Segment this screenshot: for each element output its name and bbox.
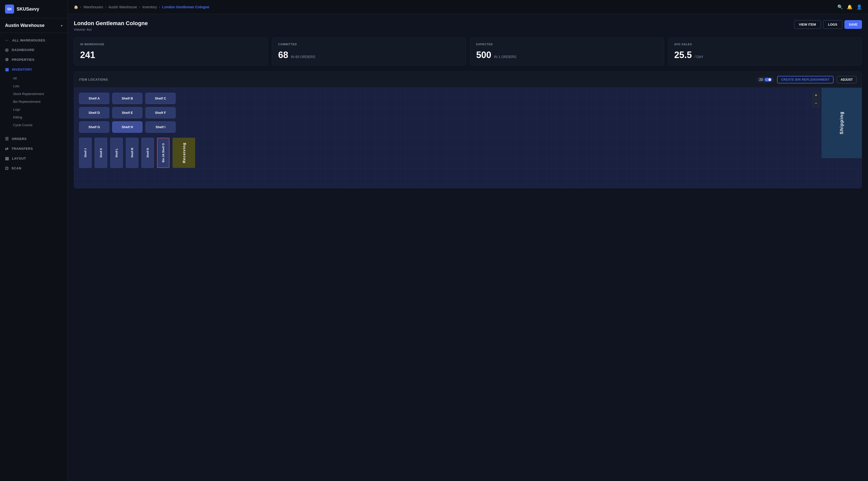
sidebar-sub-cycle-counts[interactable]: Cycle Counts <box>0 121 68 129</box>
receiving-label: Receiving <box>182 143 186 163</box>
sidebar-sub-stock-replenishment[interactable]: Stock Replenishment <box>0 90 68 98</box>
logo-text: SKUSavvy <box>17 6 39 12</box>
topbar-icons: 🔍 🔔 👤 <box>837 4 862 10</box>
shelf-i-button[interactable]: Shelf I <box>146 121 176 133</box>
breadcrumb-home[interactable]: 🏠 <box>74 5 78 9</box>
stat-avg-sales-label: AVG SALES <box>674 43 856 46</box>
scan-icon: ⊡ <box>5 166 8 171</box>
shelf-n-vertical[interactable]: Shelf N <box>142 138 154 168</box>
home-icon: 🏠 <box>74 5 78 9</box>
shelf-d-button[interactable]: Shelf D <box>79 107 109 118</box>
logo-icon: SK <box>5 4 14 13</box>
stat-avg-sales-sub: / DAY <box>694 55 704 59</box>
sidebar-sub-logs[interactable]: Logs <box>0 106 68 113</box>
toggle-2d-label: 2D <box>759 78 763 82</box>
shelf-b-button[interactable]: Shelf B <box>112 93 143 104</box>
topbar: 🏠 › Warehouses › Austin Warehouse › Inve… <box>68 0 868 14</box>
adjust-button[interactable]: ADJUST <box>837 76 857 84</box>
map-zoom-out-button[interactable]: − <box>812 100 819 107</box>
page-title-block: London Gentleman Cologne Volume: 4oz <box>74 20 148 31</box>
breadcrumb-sep-2: › <box>105 5 106 9</box>
bin-3a-shelf-o[interactable]: Bin 3A Shelf O <box>157 138 169 168</box>
breadcrumb-sep-1: › <box>80 5 82 9</box>
shipping-label: Shipping <box>839 111 844 134</box>
shelf-row-2: Shelf D Shelf E Shelf F <box>79 107 816 118</box>
toggle-2d[interactable]: 2D <box>757 77 774 83</box>
sidebar-sub-kitting[interactable]: Kitting <box>0 113 68 121</box>
breadcrumb-warehouses[interactable]: Warehouses <box>83 5 103 9</box>
breadcrumb-current: London Gentleman Cologne <box>162 5 209 9</box>
stat-in-warehouse-label: IN WAREHOUSE <box>80 43 262 46</box>
breadcrumb-sep-3: › <box>139 5 141 9</box>
shelf-m-vertical[interactable]: Shelf M <box>126 138 138 168</box>
sidebar-nav: ← All Warehouses ◎ Dashboard ⚙ Propertie… <box>0 33 68 481</box>
sidebar-item-transfers[interactable]: ⇄ Transfers <box>0 144 68 154</box>
breadcrumb-austin[interactable]: Austin Warehouse <box>108 5 137 9</box>
header-buttons: VIEW ITEM LOGS SAVE <box>794 20 862 29</box>
page-title: London Gentleman Cologne <box>74 20 148 27</box>
stat-expected-value: 500 IN 1 ORDERS <box>476 50 658 60</box>
stat-in-warehouse: IN WAREHOUSE 241 <box>74 37 268 66</box>
vertical-shelves-row: Shelf J Shelf K Shelf L Shelf M Shelf N <box>79 138 816 168</box>
stat-committed-sub: IN 60 ORDERS <box>291 55 315 59</box>
transfers-icon: ⇄ <box>5 146 8 151</box>
sidebar-item-layout[interactable]: ▤ Layout <box>0 154 68 163</box>
stat-expected-sub: IN 1 ORDERS <box>494 55 516 59</box>
shelf-e-button[interactable]: Shelf E <box>112 107 143 118</box>
shelf-h-button[interactable]: Shelf H <box>112 121 143 133</box>
stat-avg-sales-value: 25.5 / DAY <box>674 50 856 60</box>
stat-committed-value: 68 IN 60 ORDERS <box>278 50 460 60</box>
breadcrumb-inventory[interactable]: Inventory <box>143 5 157 9</box>
view-item-button[interactable]: VIEW ITEM <box>794 20 821 29</box>
shelf-f-button[interactable]: Shelf F <box>146 107 176 118</box>
sidebar-item-properties[interactable]: ⚙ Properties <box>0 55 68 65</box>
save-button[interactable]: SAVE <box>844 20 862 29</box>
user-icon[interactable]: 👤 <box>857 4 862 10</box>
sidebar-item-scan[interactable]: ⊡ Scan <box>0 163 68 173</box>
back-icon: ← <box>5 38 9 42</box>
map-zoom-in-button[interactable]: + <box>812 92 819 99</box>
shelf-a-button[interactable]: Shelf A <box>79 93 109 104</box>
map-controls: + − <box>812 92 819 107</box>
sidebar-logo: SK SKUSavvy <box>0 0 68 18</box>
inventory-icon: ▦ <box>5 67 9 72</box>
shelf-k-vertical[interactable]: Shelf K <box>95 138 107 168</box>
shelf-row-3: Shelf G Shelf H Shelf I <box>79 121 816 133</box>
stats-grid: IN WAREHOUSE 241 COMMITTED 68 IN 60 ORDE… <box>74 37 862 66</box>
sidebar-item-dashboard[interactable]: ◎ Dashboard <box>0 45 68 55</box>
shelf-g-button[interactable]: Shelf G <box>79 121 109 133</box>
sidebar-item-inventory[interactable]: ▦ Inventory <box>0 65 68 74</box>
receiving-zone: Receiving <box>173 138 195 168</box>
dashboard-icon: ◎ <box>5 48 9 52</box>
locations-actions: 2D CREATE BIN REPLENISHMENT ADJUST <box>757 76 857 84</box>
locations-title: ITEM LOCATIONS <box>79 78 108 82</box>
locations-header: ITEM LOCATIONS 2D CREATE BIN REPLENISHME… <box>74 72 862 88</box>
properties-icon: ⚙ <box>5 57 9 62</box>
locations-card: ITEM LOCATIONS 2D CREATE BIN REPLENISHME… <box>74 71 862 188</box>
stat-committed: COMMITTED 68 IN 60 ORDERS <box>272 37 466 66</box>
sidebar-item-orders[interactable]: ☰ Orders <box>0 134 68 144</box>
stat-avg-sales: AVG SALES 25.5 / DAY <box>668 37 862 66</box>
warehouse-map: Shelf A Shelf B Shelf C Shelf D Shelf E … <box>74 88 862 188</box>
sidebar-sub-bin-replenishment[interactable]: Bin Replenishment <box>0 98 68 106</box>
stat-in-warehouse-value: 241 <box>80 50 262 60</box>
warehouse-selector[interactable]: Austin Warehouse ▾ <box>0 18 68 33</box>
sidebar-sub-all[interactable]: All <box>0 74 68 82</box>
warehouse-name: Austin Warehouse <box>5 23 44 28</box>
sidebar-sub-lots[interactable]: Lots <box>0 82 68 90</box>
orders-icon: ☰ <box>5 137 9 141</box>
notification-icon[interactable]: 🔔 <box>847 4 852 10</box>
shelf-j-vertical[interactable]: Shelf J <box>79 138 92 168</box>
stat-committed-label: COMMITTED <box>278 43 460 46</box>
create-bin-replenishment-button[interactable]: CREATE BIN REPLENISHMENT <box>777 76 834 84</box>
shelf-l-vertical[interactable]: Shelf L <box>110 138 123 168</box>
sidebar-item-all-warehouses[interactable]: ← All Warehouses <box>0 35 68 45</box>
toggle-2d-switch[interactable] <box>765 78 772 82</box>
page-header: London Gentleman Cologne Volume: 4oz VIE… <box>74 20 862 31</box>
content-area: London Gentleman Cologne Volume: 4oz VIE… <box>68 14 868 481</box>
shelf-c-button[interactable]: Shelf C <box>146 93 176 104</box>
shipping-zone: Shipping <box>822 88 862 158</box>
logs-button[interactable]: LOGS <box>823 20 842 29</box>
search-icon[interactable]: 🔍 <box>837 4 843 10</box>
page-subtitle: Volume: 4oz <box>74 28 148 31</box>
